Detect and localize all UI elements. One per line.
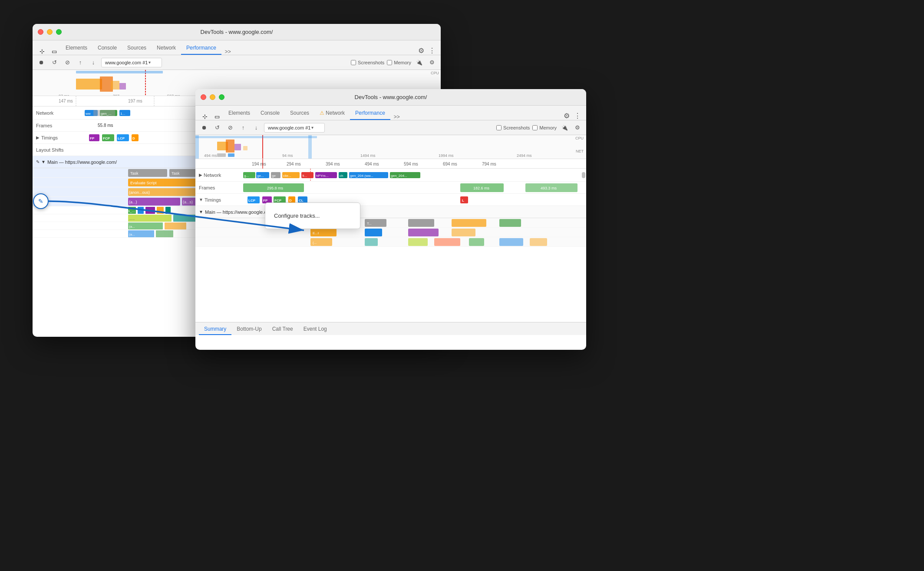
devtools-window-front: DevTools - www.google.com/ ⊹ ▭ Elements … (195, 89, 586, 350)
window-title-front: DevTools - www.google.com/ (355, 94, 427, 100)
tab-more-back[interactable]: >> (221, 49, 234, 55)
reload-button-front[interactable]: ↺ (212, 123, 222, 133)
clear-button-back[interactable]: ⊘ (62, 57, 73, 68)
upload-button-front[interactable]: ↑ (238, 123, 248, 133)
screenshots-checkbox-front[interactable] (496, 125, 502, 130)
record-button-back[interactable]: ⏺ (36, 57, 46, 68)
network-throttle-back[interactable]: 🔌 (414, 57, 424, 68)
svg-text:(a...: (a... (129, 232, 135, 236)
tab-more-front[interactable]: >> (390, 114, 403, 120)
tab-bar-back: ⊹ ▭ Elements Console Sources Network Per… (33, 40, 441, 55)
settings-icon-front[interactable]: ⚙ (561, 112, 572, 120)
close-button-back[interactable] (38, 29, 43, 35)
svg-rect-137 (434, 238, 460, 246)
close-button-front[interactable] (201, 94, 206, 100)
tab-performance-back[interactable]: Performance (181, 42, 221, 55)
url-dropdown-front[interactable]: ▾ (311, 125, 314, 130)
svg-rect-60 (308, 135, 312, 159)
bottom-tab-calltree-front[interactable]: Call Tree (267, 324, 298, 335)
svg-text:ww: ww (85, 112, 91, 116)
minimize-button-front[interactable] (210, 94, 215, 100)
svg-rect-117 (460, 196, 468, 203)
tab-elements-back[interactable]: Elements (60, 42, 92, 55)
timings-label-back: ▶ Timings (33, 135, 85, 140)
edit-icon: ✎ (38, 198, 43, 205)
bottom-tabs-front: Summary Bottom-Up Call Tree Event Log (195, 322, 586, 335)
configure-tracks-popup: Configure tracks... (265, 203, 360, 229)
svg-rect-135 (365, 238, 378, 246)
timeline-scrollbar-front[interactable] (582, 172, 585, 178)
reload-button-back[interactable]: ↺ (49, 57, 59, 68)
svg-text:s_...: s_... (128, 209, 135, 213)
frames-bars-front: 295.8 ms 182.6 ms 493.3 ms (243, 182, 586, 193)
bottom-tab-eventlog-front[interactable]: Event Log (298, 324, 332, 335)
svg-text:1994 ms: 1994 ms (439, 153, 454, 158)
tab-sources-back[interactable]: Sources (122, 42, 152, 55)
bottom-tab-bottomup-front[interactable]: Bottom-Up (231, 324, 267, 335)
frames-label-front: Frames (195, 185, 243, 190)
svg-rect-3 (119, 83, 126, 90)
svg-rect-132 (452, 229, 475, 236)
svg-text:9...: 9... (302, 174, 307, 178)
svg-rect-62 (226, 139, 234, 153)
tab-elements-front[interactable]: Elements (223, 107, 255, 120)
frames-track-front: Frames 295.8 ms 182.6 ms 493.3 ms (195, 182, 586, 194)
main-task-row-3-front: (... (195, 237, 586, 247)
svg-text:ch: ch (340, 174, 343, 178)
titlebar-back: DevTools - www.google.com/ (33, 24, 441, 40)
screenshots-checkbox-back[interactable] (351, 60, 356, 65)
svg-text:FP: FP (90, 136, 95, 140)
upload-button-back[interactable]: ↑ (75, 57, 86, 68)
clear-button-front[interactable]: ⊘ (225, 123, 235, 133)
main-bars-3-front: (... (243, 237, 586, 247)
svg-text:(a...): (a...) (129, 200, 137, 204)
network-throttle-front[interactable]: 🔌 (559, 123, 570, 133)
tab-console-front[interactable]: Console (255, 107, 285, 120)
memory-checkbox-front[interactable] (532, 125, 538, 130)
download-button-back[interactable]: ↓ (88, 57, 99, 68)
timings-track-front: ▼ Timings LCP FP FCP D CL L (195, 194, 586, 206)
tab-console-back[interactable]: Console (92, 42, 122, 55)
tab-network-back[interactable]: Network (152, 42, 181, 55)
configure-tracks-item[interactable]: Configure tracks... (265, 208, 360, 223)
main-bars-2-front: E...t (243, 228, 586, 237)
svg-rect-53 (165, 222, 186, 229)
svg-text:LCP: LCP (118, 136, 125, 140)
cursor-icon-front: ⊹ (202, 113, 208, 120)
url-bar-front[interactable]: www.google.com #1 ▾ (264, 123, 325, 133)
main-task-row-2-front: E...t (195, 228, 586, 237)
record-button-front[interactable]: ⏺ (199, 123, 209, 133)
svg-text:494 ms: 494 ms (365, 162, 379, 166)
url-bar-back[interactable]: www.google.com #1 ▾ (101, 58, 162, 67)
perf-toolbar-front: ⏺ ↺ ⊘ ↑ ↓ www.google.com #1 ▾ Screenshot… (195, 120, 586, 135)
capture-settings-back[interactable]: ⚙ (427, 57, 437, 68)
tab-sources-front[interactable]: Sources (285, 107, 314, 120)
bottom-tab-summary-front[interactable]: Summary (199, 324, 231, 335)
frames-value-back: 55.8 ms (98, 123, 113, 128)
more-icon-front[interactable]: ⋮ (572, 112, 583, 120)
svg-rect-138 (469, 238, 484, 246)
svg-text:D: D (132, 136, 135, 140)
device-icon-front: ▭ (214, 113, 220, 120)
tab-network-front[interactable]: ⚠ Network (314, 107, 350, 120)
svg-text:(...: (... (313, 241, 317, 245)
svg-text:(anon...ous): (anon...ous) (129, 190, 150, 195)
maximize-button-back[interactable] (56, 29, 62, 35)
svg-text:T...: T... (367, 222, 372, 226)
svg-text:Task: Task (130, 171, 139, 176)
cpu-overview-front: CPU NET 494 ms 94 ms (195, 135, 586, 159)
download-button-front[interactable]: ↓ (251, 123, 261, 133)
memory-checkbox-back[interactable] (387, 60, 392, 65)
tab-performance-front[interactable]: Performance (350, 107, 390, 120)
minimize-button-back[interactable] (47, 29, 53, 35)
settings-icon-back[interactable]: ⚙ (416, 46, 427, 55)
svg-rect-125 (408, 219, 434, 227)
svg-rect-46 (165, 207, 171, 214)
svg-text:ge: ge (272, 174, 276, 178)
popup-box: Configure tracks... (265, 203, 360, 229)
capture-settings-front[interactable]: ⚙ (572, 123, 583, 133)
maximize-button-front[interactable] (219, 94, 224, 100)
url-dropdown-back[interactable]: ▾ (148, 60, 151, 65)
more-icon-back[interactable]: ⋮ (427, 46, 437, 55)
device-icon-back: ▭ (52, 48, 57, 55)
